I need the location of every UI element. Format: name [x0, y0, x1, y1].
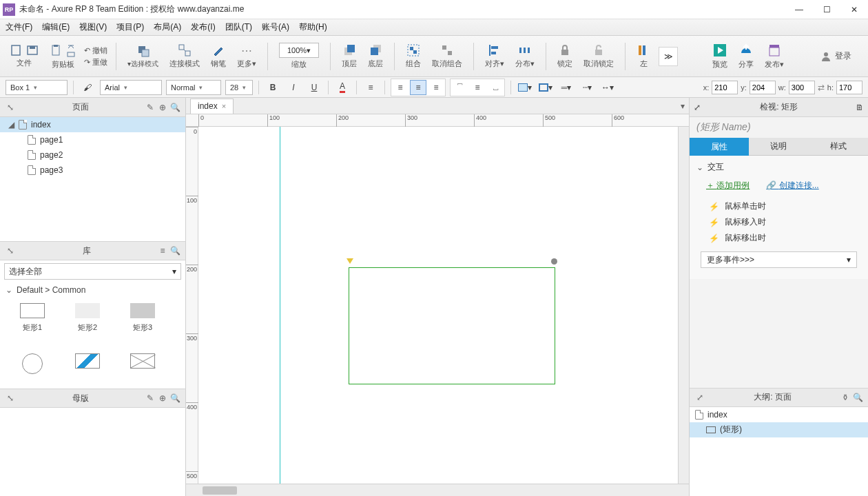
note-icon[interactable]: 🗎 — [856, 103, 864, 112]
arrow-button[interactable]: ↔▾ — [599, 80, 616, 95]
tb-distribute[interactable]: 分布▾ — [513, 38, 537, 75]
add-case-link[interactable]: 添加用例 — [706, 180, 750, 192]
valign-top-button[interactable]: ⎴ — [451, 80, 468, 95]
widget-rect1[interactable]: 矩形1 — [15, 303, 50, 333]
tb-align[interactable]: 对齐▾ — [482, 38, 507, 75]
event-onclick[interactable]: ⚡鼠标单击时 — [696, 198, 861, 214]
fill-button[interactable]: ▾ — [517, 80, 533, 95]
interactions-section[interactable]: 交互 — [696, 161, 861, 173]
menu-project[interactable]: 项目(P) — [116, 21, 144, 33]
collapse-icon[interactable]: ⤢ — [694, 393, 706, 402]
outline-widget[interactable]: (矩形) — [690, 422, 868, 437]
align-center-button[interactable]: ≡ — [410, 80, 426, 95]
tab-index[interactable]: index× — [190, 99, 234, 114]
tb-pen[interactable]: 钢笔 — [208, 38, 229, 75]
widget-rect3[interactable]: 矩形3 — [125, 303, 160, 333]
menu-publish[interactable]: 发布(I) — [191, 21, 215, 33]
tb-ungroup[interactable]: 取消组合 — [429, 38, 465, 75]
menu-edit[interactable]: 编辑(E) — [42, 21, 70, 33]
page-item[interactable]: page3 — [0, 163, 185, 178]
create-link[interactable]: 创建连接... — [766, 180, 818, 192]
x-input[interactable] — [712, 81, 738, 94]
origin-handle[interactable] — [347, 258, 353, 264]
outline-page[interactable]: index — [690, 407, 868, 422]
widget-ellipse[interactable] — [15, 353, 50, 374]
tb-left[interactable]: 左 — [634, 38, 653, 75]
italic-button[interactable]: I — [285, 80, 302, 95]
tb-more[interactable]: ⋯更多▾ — [234, 38, 259, 75]
w-input[interactable] — [789, 81, 815, 94]
tb-share[interactable]: 分享 — [736, 38, 756, 75]
more-events-select[interactable]: 更多事件>>>▾ — [701, 251, 857, 268]
widget-name-input[interactable]: (矩形 Name) — [690, 117, 868, 138]
valign-mid-button[interactable]: ≡ — [469, 80, 486, 95]
widget-rect2[interactable]: 矩形2 — [70, 303, 105, 333]
collapse-icon[interactable]: ⤡ — [4, 246, 17, 256]
underline-button[interactable]: U — [306, 80, 322, 95]
lineweight-button[interactable]: ═▾ — [558, 80, 575, 95]
linecolor-button[interactable]: ▾ — [537, 80, 554, 95]
menu-view[interactable]: 视图(V) — [79, 21, 107, 33]
tb-connectmode[interactable]: 连接模式 — [167, 38, 203, 75]
add-page-icon[interactable]: ✎ — [144, 103, 156, 112]
tab-properties[interactable]: 属性 — [690, 138, 749, 156]
menu-layout[interactable]: 布局(A) — [154, 21, 181, 33]
menu-help[interactable]: 帮助(H) — [299, 21, 327, 33]
font-select[interactable]: Arial — [100, 80, 162, 95]
y-input[interactable] — [750, 81, 776, 94]
ruler-horizontal[interactable]: 0 100 200 300 400 500 600 — [186, 114, 689, 127]
textcolor-button[interactable]: A — [334, 80, 351, 95]
tb-back[interactable]: 底层 — [365, 38, 386, 75]
tb-front[interactable]: 顶层 — [339, 38, 360, 75]
align-right-button[interactable]: ≡ — [428, 80, 444, 95]
size-select[interactable]: 28 — [225, 80, 253, 95]
bold-button[interactable]: B — [265, 80, 281, 95]
menu-file[interactable]: 文件(F) — [6, 21, 32, 33]
tab-notes[interactable]: 说明 — [749, 138, 808, 156]
tab-style[interactable]: 样式 — [809, 138, 868, 156]
style-select[interactable]: Box 1 — [6, 80, 68, 95]
menu-icon[interactable]: ≡ — [156, 246, 169, 256]
tb-group[interactable]: 组合 — [403, 38, 424, 75]
search-icon[interactable]: 🔍 — [169, 246, 181, 256]
rotate-handle[interactable] — [551, 258, 557, 265]
close-icon[interactable]: × — [222, 102, 226, 110]
library-select[interactable]: 选择全部▾ — [4, 263, 181, 280]
library-category[interactable]: Default > Common — [0, 282, 185, 298]
vertical-scrollbar[interactable] — [678, 127, 689, 484]
collapse-icon[interactable]: ⤡ — [4, 393, 17, 403]
tb-unlock[interactable]: 取消锁定 — [581, 38, 617, 75]
page-item[interactable]: page2 — [0, 147, 185, 163]
login-button[interactable]: 登录 — [820, 50, 861, 62]
search-icon[interactable]: 🔍 — [169, 103, 181, 112]
tb-publish[interactable]: 发布▾ — [762, 38, 787, 75]
add-folder-icon[interactable]: ⊕ — [156, 103, 169, 112]
menu-account[interactable]: 账号(A) — [262, 21, 289, 33]
weight-select[interactable]: Normal — [166, 80, 221, 95]
tb-clipboard[interactable]: 剪贴板 — [47, 38, 79, 75]
selected-rectangle[interactable] — [349, 267, 555, 384]
page-item[interactable]: page1 — [0, 132, 185, 147]
toolbar-overflow[interactable]: ≫ — [659, 47, 678, 66]
valign-bot-button[interactable]: ⎵ — [487, 80, 504, 95]
linestyle-button[interactable]: ┄▾ — [579, 80, 595, 95]
search-icon[interactable]: 🔍 — [851, 393, 864, 402]
redo-button[interactable]: ↷ 重做 — [84, 57, 107, 68]
page-item-index[interactable]: ◢index — [0, 117, 185, 132]
canvas[interactable] — [198, 127, 678, 484]
event-mousein[interactable]: ⚡鼠标移入时 — [696, 214, 861, 230]
widget-image[interactable] — [70, 353, 105, 374]
event-mouseout[interactable]: ⚡鼠标移出时 — [696, 230, 861, 246]
align-left-button[interactable]: ≡ — [392, 80, 409, 95]
tb-zoom[interactable]: 100% ▾缩放 — [276, 38, 322, 75]
add-master-icon[interactable]: ✎ — [144, 393, 156, 403]
undo-button[interactable]: ↶ 撤销 — [84, 45, 107, 56]
tb-preview[interactable]: 预览 — [710, 38, 730, 75]
minimize-button[interactable]: — — [785, 0, 813, 19]
ruler-vertical[interactable]: 0 100 200 300 400 500 — [186, 127, 198, 484]
horizontal-scrollbar[interactable] — [186, 484, 689, 496]
h-input[interactable] — [836, 81, 862, 94]
bullets-button[interactable]: ≡ — [362, 80, 379, 95]
search-icon[interactable]: 🔍 — [169, 393, 181, 403]
close-button[interactable]: ✕ — [840, 0, 868, 19]
